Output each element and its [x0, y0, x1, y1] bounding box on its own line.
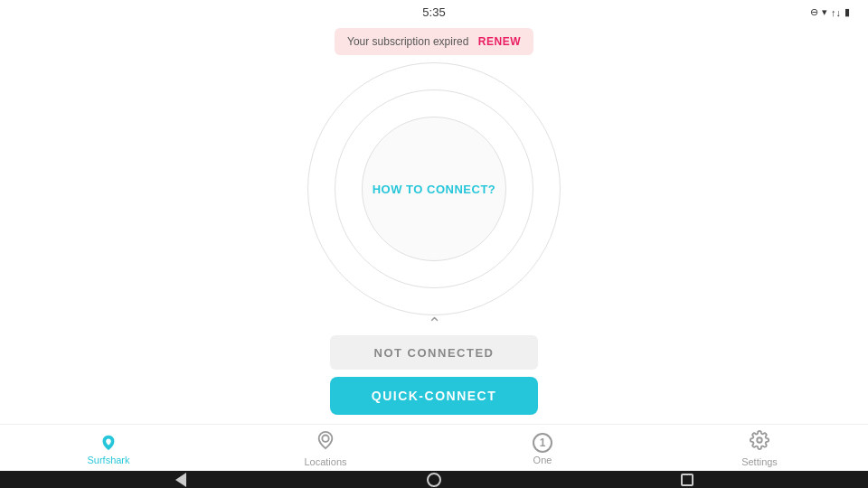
battery-icon: ▮: [844, 6, 850, 18]
bottom-panel: ⌃ NOT CONNECTED QUICK-CONNECT Surfshark: [0, 315, 868, 471]
back-icon: [175, 473, 186, 487]
renew-button[interactable]: RENEW: [478, 35, 521, 48]
one-icon: 1: [533, 433, 552, 453]
android-navbar: [0, 471, 868, 488]
subscription-banner: Your subscription expired RENEW: [335, 28, 533, 55]
bottom-nav: Surfshark Locations 1 One: [0, 424, 868, 471]
quick-connect-button[interactable]: QUICK-CONNECT: [330, 377, 538, 415]
chevron-up-icon[interactable]: ⌃: [428, 315, 441, 332]
nav-label-locations: Locations: [304, 456, 346, 467]
svg-point-0: [322, 436, 328, 442]
vpn-connect-circles[interactable]: HOW TO CONNECT?: [307, 62, 561, 315]
status-time: 5:35: [422, 5, 445, 19]
recent-icon: [681, 474, 693, 486]
subscription-expired-text: Your subscription expired: [347, 35, 468, 48]
nav-item-surfshark[interactable]: Surfshark: [81, 433, 136, 465]
nav-label-one: One: [533, 455, 552, 465]
locations-icon: [316, 430, 335, 455]
nav-item-settings[interactable]: Settings: [732, 430, 787, 467]
status-bar: 5:35 ⊖ ▾ ↑↓ ▮: [0, 0, 868, 24]
status-icons: ⊖ ▾ ↑↓ ▮: [810, 6, 850, 18]
back-button[interactable]: [172, 471, 190, 488]
home-button[interactable]: [425, 471, 443, 488]
surfshark-logo-icon: [99, 433, 118, 453]
quick-connect-label: QUICK-CONNECT: [372, 389, 497, 403]
signal-icon: ↑↓: [831, 7, 841, 18]
wifi-icon: ▾: [822, 6, 827, 18]
mute-icon: ⊖: [810, 6, 818, 18]
nav-label-surfshark: Surfshark: [87, 455, 129, 465]
phone-frame: 5:35 ⊖ ▾ ↑↓ ▮ Your subscription expired …: [0, 0, 868, 488]
not-connected-text: NOT CONNECTED: [374, 346, 495, 360]
main-content: HOW TO CONNECT?: [0, 62, 868, 315]
recent-apps-button[interactable]: [678, 471, 696, 488]
settings-gear-icon: [750, 430, 769, 455]
inner-circle: HOW TO CONNECT?: [362, 117, 506, 261]
home-icon: [427, 473, 441, 487]
nav-label-settings: Settings: [741, 456, 778, 467]
nav-item-one[interactable]: 1 One: [515, 433, 570, 465]
how-to-connect-label[interactable]: HOW TO CONNECT?: [373, 183, 496, 196]
nav-item-locations[interactable]: Locations: [298, 430, 353, 467]
not-connected-bar: NOT CONNECTED: [330, 335, 538, 370]
